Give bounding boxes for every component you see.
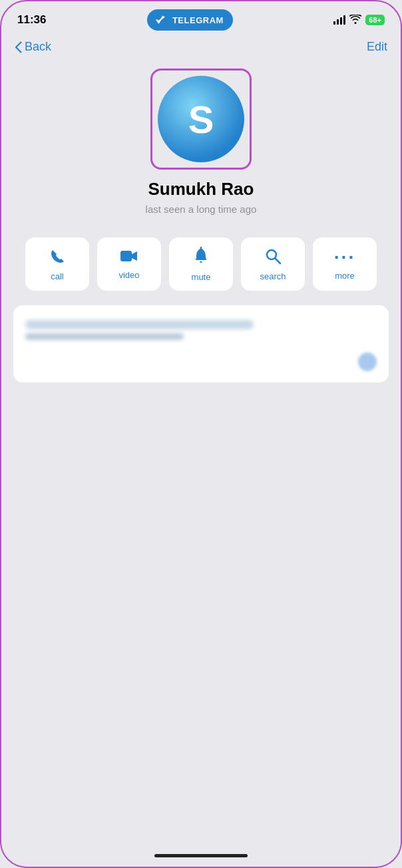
call-label: call [51, 271, 64, 281]
home-indicator [154, 854, 248, 857]
video-label: video [118, 270, 139, 280]
back-button[interactable]: Back [15, 40, 51, 54]
mute-button[interactable]: mute [169, 237, 233, 291]
status-bar: 11:36 TELEGRAM 68+ [1, 1, 401, 35]
video-icon [120, 249, 138, 266]
search-label: search [260, 271, 286, 281]
blurred-subtext-1 [25, 333, 184, 340]
phone-icon [49, 247, 66, 267]
status-time: 11:36 [17, 13, 46, 27]
signal-bars-icon [333, 15, 345, 25]
more-label: more [335, 271, 355, 281]
chevron-left-icon [15, 41, 22, 53]
info-row-1 [25, 316, 377, 344]
info-row-2 [25, 352, 377, 372]
wifi-icon [349, 15, 361, 26]
mute-label: mute [192, 272, 211, 282]
action-buttons-row: call video mute search [1, 228, 401, 300]
blurred-text-1 [25, 320, 254, 329]
telegram-badge: TELEGRAM [147, 9, 233, 31]
svg-rect-1 [120, 251, 132, 261]
back-label: Back [25, 40, 51, 54]
profile-section: S Sumukh Rao last seen a long time ago [1, 62, 401, 228]
info-dot-indicator [358, 353, 377, 371]
app-name-label: TELEGRAM [172, 15, 224, 25]
telegram-icon [154, 13, 168, 27]
search-button[interactable]: search [241, 237, 305, 291]
more-button[interactable]: ··· more [313, 237, 377, 291]
avatar-letter: S [188, 97, 214, 142]
battery-badge: 68+ [365, 15, 385, 25]
bell-icon [193, 247, 209, 268]
svg-line-4 [276, 258, 281, 263]
avatar: S [158, 76, 244, 162]
nav-bar: Back Edit [1, 35, 401, 62]
edit-button[interactable]: Edit [367, 40, 387, 54]
last-seen-label: last seen a long time ago [146, 204, 257, 215]
status-icons: 68+ [333, 15, 385, 26]
more-icon: ··· [334, 248, 355, 267]
contact-name: Sumukh Rao [148, 179, 254, 200]
call-button[interactable]: call [25, 237, 89, 291]
avatar-wrapper: S [150, 69, 252, 170]
video-button[interactable]: video [97, 237, 161, 291]
search-icon [264, 247, 282, 267]
info-card [13, 305, 389, 382]
